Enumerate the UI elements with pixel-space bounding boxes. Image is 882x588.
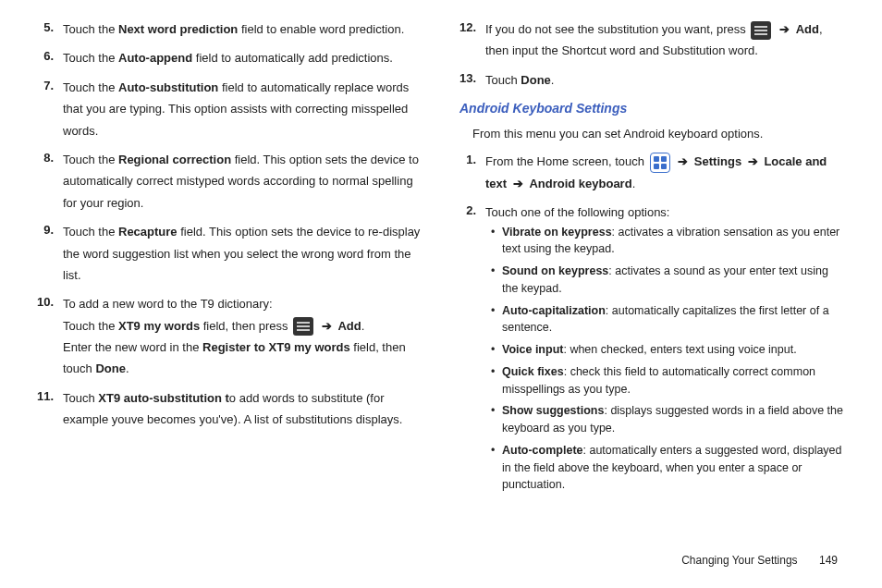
- arrow-icon: ➔: [322, 319, 332, 333]
- step-body: Touch one of the following options: Vibr…: [485, 202, 845, 498]
- list-item: Vibrate on keypress: activates a vibrati…: [491, 224, 845, 259]
- list-item: Voice input: when checked, enters text u…: [491, 341, 845, 359]
- t: Touch: [485, 73, 521, 87]
- t: Recapture: [118, 225, 178, 239]
- step-11: 11. Touch XT9 auto-substitution to add w…: [37, 387, 423, 431]
- t: Auto-substitution: [118, 80, 218, 94]
- t: field, then press: [200, 319, 291, 333]
- step-8: 8. Touch the Regional correction field. …: [37, 149, 423, 214]
- step-number: 12.: [459, 18, 485, 62]
- step-7: 7. Touch the Auto-substitution field to …: [37, 77, 423, 141]
- step-number: 7.: [37, 77, 63, 141]
- step-number: 1.: [459, 151, 485, 194]
- t: Touch the: [63, 51, 118, 65]
- step-10: 10. To add a new word to the T9 dictiona…: [37, 293, 423, 380]
- step-number: 13.: [459, 69, 485, 91]
- t: Add: [337, 319, 361, 333]
- t: From the Home screen, touch: [485, 154, 648, 168]
- list-item: Auto-complete: automatically enters a su…: [491, 442, 845, 494]
- t: field to enable word prediction.: [238, 22, 404, 36]
- page-number: 149: [819, 554, 838, 567]
- page-footer: Changing Your Settings 149: [681, 552, 838, 570]
- t: Auto-append: [118, 51, 192, 65]
- list-item: Auto-capitalization: automatically capit…: [491, 302, 845, 337]
- section-heading: Android Keyboard Settings: [459, 98, 845, 118]
- step-number: 5.: [37, 18, 63, 40]
- t: .: [632, 177, 636, 190]
- t: .: [126, 361, 129, 375]
- step-5: 5. Touch the Next word prediction field …: [37, 18, 423, 40]
- menu-icon: [293, 317, 313, 336]
- step-12: 12. If you do not see the substitution y…: [459, 18, 845, 62]
- step-number: 2.: [459, 202, 485, 498]
- t: Touch the: [63, 153, 118, 166]
- arrow-icon: ➔: [513, 177, 523, 190]
- menu-icon: [751, 21, 771, 40]
- step-number: 10.: [37, 293, 63, 380]
- step-body: From the Home screen, touch ➔ Settings ➔…: [485, 151, 845, 194]
- left-column: 5. Touch the Next word prediction field …: [37, 18, 423, 506]
- t: Done: [95, 361, 126, 375]
- t: Touch the: [63, 319, 118, 333]
- step-13: 13. Touch Done.: [459, 69, 845, 91]
- t: Sound on keypress: [502, 264, 608, 277]
- t: .: [551, 73, 555, 87]
- step-body: Touch the Next word prediction field to …: [63, 18, 423, 40]
- t: Register to XT9 my words: [202, 340, 350, 354]
- step-number: 6.: [37, 47, 63, 68]
- step-body: Touch Done.: [485, 69, 845, 91]
- t: Vibrate on keypress: [502, 226, 612, 239]
- t: Settings: [694, 154, 741, 168]
- t: Touch the: [63, 22, 118, 36]
- t: Voice input: [502, 343, 563, 356]
- t: Touch: [63, 391, 98, 405]
- t: Touch the: [63, 80, 118, 94]
- arrow-icon: ➔: [748, 154, 758, 168]
- t: XT9 auto-substitution t: [98, 391, 229, 405]
- step-number: 11.: [37, 387, 63, 431]
- t: Auto-complete: [502, 444, 583, 457]
- step-9: 9. Touch the Recapture field. This optio…: [37, 221, 423, 286]
- t: : when checked, enters text using voice …: [563, 343, 796, 356]
- step-body: Touch the Auto-append field to automatic…: [63, 47, 423, 68]
- list-item: Show suggestions: displays suggested wor…: [491, 402, 845, 437]
- t: Quick fixes: [502, 365, 564, 378]
- t: To add a new word to the T9 dictionary:: [63, 297, 273, 311]
- step-body: Touch the Auto-substitution field to aut…: [63, 77, 423, 141]
- arrow-icon: ➔: [779, 22, 790, 36]
- t: If you do not see the substitution you w…: [485, 22, 749, 36]
- step-body: Touch XT9 auto-substitution to add words…: [63, 387, 423, 431]
- step-6: 6. Touch the Auto-append field to automa…: [37, 47, 423, 68]
- section-intro: From this menu you can set Android keybo…: [472, 125, 845, 144]
- apps-icon: [650, 153, 670, 173]
- page-columns: 5. Touch the Next word prediction field …: [37, 18, 845, 506]
- t: Next word prediction: [118, 22, 238, 36]
- t: field to automatically add predictions.: [192, 51, 393, 65]
- right-step-1: 1. From the Home screen, touch ➔ Setting…: [459, 151, 845, 194]
- step-body: If you do not see the substitution you w…: [485, 18, 845, 62]
- t: Auto-capitalization: [502, 304, 606, 317]
- t: Touch the: [63, 225, 118, 239]
- step-body: Touch the Recapture field. This option s…: [63, 221, 423, 286]
- arrow-icon: ➔: [678, 154, 688, 168]
- step-number: 8.: [37, 149, 63, 214]
- t: Show suggestions: [502, 404, 604, 417]
- step-body: To add a new word to the T9 dictionary: …: [63, 293, 423, 380]
- t: Android keyboard: [529, 177, 631, 190]
- t: Done: [521, 73, 551, 87]
- list-item: Sound on keypress: activates a sound as …: [491, 263, 845, 298]
- t: .: [361, 319, 365, 333]
- list-item: Quick fixes: check this field to automat…: [491, 363, 845, 398]
- t: Add: [796, 22, 819, 36]
- right-column: 12. If you do not see the substitution y…: [459, 18, 845, 506]
- right-step-2: 2. Touch one of the following options: V…: [459, 202, 845, 498]
- step-body: Touch the Regional correction field. Thi…: [63, 149, 423, 214]
- t: Enter the new word in the: [63, 340, 202, 354]
- t: Regional correction: [118, 153, 231, 166]
- step-number: 9.: [37, 221, 63, 286]
- footer-section: Changing Your Settings: [681, 554, 797, 567]
- t: Touch one of the following options:: [485, 205, 669, 219]
- t: XT9 my words: [118, 319, 200, 333]
- options-list: Vibrate on keypress: activates a vibrati…: [491, 224, 845, 495]
